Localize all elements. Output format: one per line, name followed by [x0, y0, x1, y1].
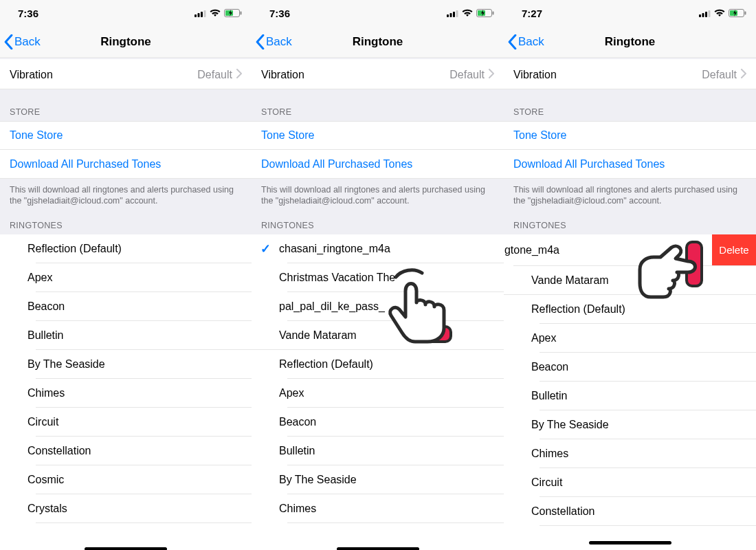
nav-bar: Back Ringtone	[252, 26, 504, 58]
svg-rect-0	[194, 14, 197, 17]
ringtone-label: Bulletin	[279, 445, 504, 457]
download-all-label: Download All Purchased Tones	[513, 158, 665, 170]
delete-button[interactable]: Delete	[712, 234, 756, 266]
nav-bar: Back Ringtone	[0, 26, 252, 58]
ringtone-label: Circuit	[27, 416, 252, 428]
ringtone-row[interactable]: Reflection (Default)	[504, 295, 756, 324]
ringtone-row[interactable]: Reflection (Default)	[0, 234, 252, 263]
checkmark-icon: ✓	[252, 241, 279, 256]
battery-charging-icon	[224, 9, 242, 17]
delete-label: Delete	[719, 244, 748, 256]
ringtone-label: Beacon	[531, 361, 756, 373]
ringtone-row[interactable]: Circuit	[0, 408, 252, 437]
ringtone-row[interactable]: Vande Mataram	[504, 266, 756, 295]
home-indicator	[85, 547, 167, 550]
back-button[interactable]: Back	[508, 26, 544, 58]
ringtone-label: chasani_ringtone_m4a	[279, 243, 504, 255]
home-indicator	[589, 541, 671, 544]
ringtone-row[interactable]: Constellation	[504, 497, 756, 526]
battery-charging-icon	[476, 9, 494, 17]
tone-store-link[interactable]: Tone Store	[504, 121, 756, 150]
ringtone-label: Bulletin	[531, 390, 756, 402]
ringtone-row[interactable]: Beacon	[252, 408, 504, 437]
svg-rect-1	[198, 13, 200, 17]
ringtone-row[interactable]: Bulletin	[0, 321, 252, 350]
ringtone-row[interactable]: Christmas Vacation The	[252, 263, 504, 292]
ringtone-row[interactable]: Bulletin	[504, 382, 756, 410]
ringtone-label: Constellation	[27, 445, 252, 457]
ringtone-label: asani_ringtone_m4a	[504, 244, 712, 256]
ringtone-row-swiped[interactable]: asani_ringtone_m4a Delete	[504, 234, 756, 266]
ringtone-row[interactable]: Chimes	[252, 494, 504, 523]
download-all-link[interactable]: Download All Purchased Tones	[252, 150, 504, 179]
ringtone-label: Chimes	[279, 503, 504, 515]
vibration-value: Default	[702, 69, 737, 81]
ringtone-label: By The Seaside	[279, 474, 504, 486]
store-header: STORE	[504, 89, 756, 121]
vibration-label: Vibration	[10, 69, 53, 81]
tone-store-label: Tone Store	[10, 129, 63, 142]
ringtones-header: RINGTONES	[0, 211, 252, 234]
phone-pane-1: 7:36 Back Ringtone Vibration Default STO…	[252, 0, 504, 550]
ringtone-label: Christmas Vacation The	[279, 272, 504, 284]
ringtone-row[interactable]: By The Seaside	[252, 465, 504, 494]
svg-rect-7	[447, 14, 449, 17]
back-label: Back	[14, 35, 41, 49]
ringtone-label: Vande Mataram	[531, 274, 756, 287]
ringtone-row[interactable]: Apex	[0, 263, 252, 292]
svg-rect-16	[702, 13, 704, 17]
ringtone-label: Beacon	[27, 300, 252, 313]
download-all-link[interactable]: Download All Purchased Tones	[504, 150, 756, 179]
store-header: STORE	[0, 89, 252, 121]
ringtone-label: Beacon	[279, 416, 504, 428]
ringtone-row[interactable]: Vande Mataram	[252, 321, 504, 350]
svg-rect-2	[201, 12, 203, 17]
ringtone-row[interactable]: Crystals	[0, 494, 252, 523]
ringtone-row[interactable]: Reflection (Default)	[252, 350, 504, 379]
back-label: Back	[518, 35, 544, 49]
ringtone-row[interactable]: Chimes	[504, 439, 756, 468]
svg-rect-15	[699, 14, 701, 17]
ringtone-row[interactable]: Apex	[252, 379, 504, 408]
status-time: 7:27	[522, 8, 542, 19]
ringtone-row[interactable]: ✓chasani_ringtone_m4a	[252, 234, 504, 263]
store-header: STORE	[252, 89, 504, 121]
ringtone-label: Chimes	[531, 448, 756, 460]
vibration-row[interactable]: Vibration Default	[252, 60, 504, 89]
download-all-link[interactable]: Download All Purchased Tones	[0, 150, 252, 179]
ringtone-label: Reflection (Default)	[531, 303, 756, 316]
ringtone-row[interactable]: Constellation	[0, 437, 252, 465]
ringtone-row[interactable]: Beacon	[0, 292, 252, 321]
download-all-label: Download All Purchased Tones	[10, 158, 161, 170]
ringtone-row[interactable]: Circuit	[504, 468, 756, 497]
ringtone-row[interactable]: By The Seaside	[0, 350, 252, 379]
tone-store-link[interactable]: Tone Store	[252, 121, 504, 150]
ringtone-row[interactable]: Cosmic	[0, 465, 252, 494]
vibration-row[interactable]: Vibration Default	[504, 60, 756, 89]
wifi-icon	[210, 9, 221, 17]
vibration-row[interactable]: Vibration Default	[0, 60, 252, 89]
ringtone-row[interactable]: Bulletin	[252, 437, 504, 465]
phone-pane-0: 7:36 Back Ringtone Vibration Default STO…	[0, 0, 252, 550]
chevron-right-icon	[741, 69, 746, 81]
chevron-right-icon	[236, 69, 242, 81]
ringtone-row[interactable]: Apex	[504, 324, 756, 353]
chevron-left-icon	[508, 34, 517, 50]
ringtone-row[interactable]: By The Seaside	[504, 410, 756, 439]
tone-store-link[interactable]: Tone Store	[0, 121, 252, 150]
cellular-icon	[194, 10, 206, 17]
home-indicator	[337, 547, 419, 550]
tone-store-label: Tone Store	[261, 129, 314, 142]
download-all-label: Download All Purchased Tones	[261, 158, 412, 170]
svg-rect-9	[453, 12, 455, 17]
back-button[interactable]: Back	[4, 26, 41, 58]
svg-rect-21	[745, 12, 746, 15]
ringtone-row[interactable]: Beacon	[504, 353, 756, 382]
svg-rect-3	[204, 10, 206, 17]
ringtones-header: RINGTONES	[252, 211, 504, 234]
vibration-label: Vibration	[513, 69, 557, 81]
battery-charging-icon	[729, 9, 746, 17]
back-button[interactable]: Back	[256, 26, 292, 58]
ringtone-row[interactable]: Chimes	[0, 379, 252, 408]
ringtone-row[interactable]: pal_pal_dil_ke_pass_	[252, 292, 504, 321]
